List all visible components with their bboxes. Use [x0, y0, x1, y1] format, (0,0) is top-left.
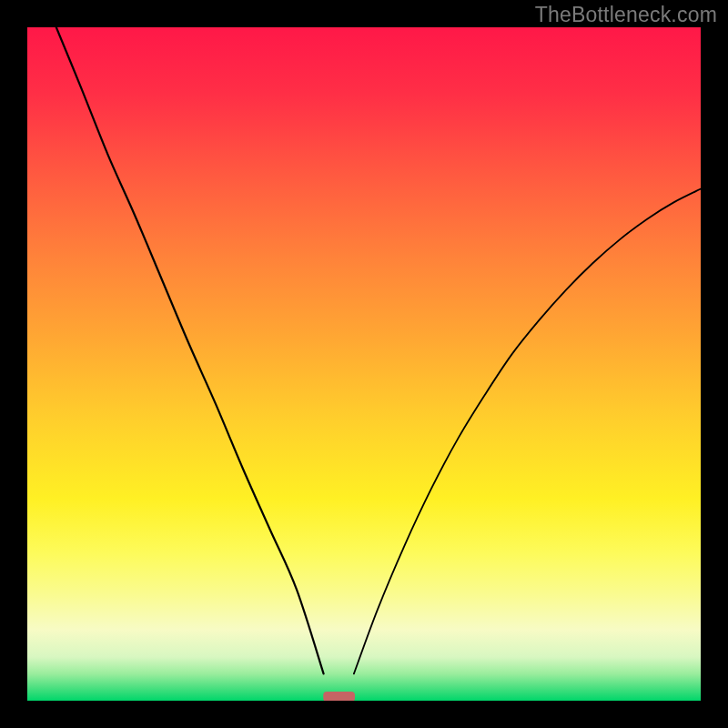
curve-left-branch [56, 27, 324, 673]
chart-frame: TheBottleneck.com [0, 0, 728, 728]
plot-area [27, 27, 701, 701]
baseline-marker [323, 692, 355, 701]
watermark-text: TheBottleneck.com [535, 3, 717, 27]
bottleneck-curve [27, 27, 701, 701]
curve-right-branch [354, 189, 701, 674]
